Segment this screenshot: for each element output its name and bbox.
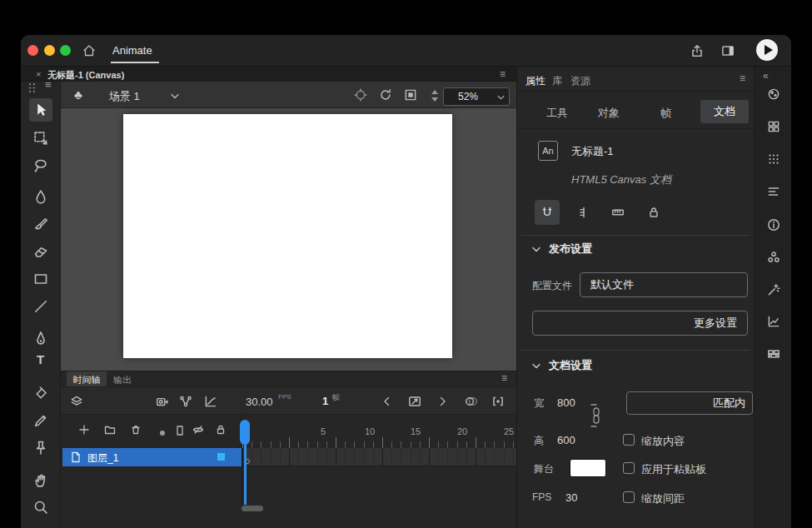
subtab-document[interactable]: 文档 xyxy=(700,100,749,123)
free-transform-tool-icon[interactable] xyxy=(32,130,49,147)
new-layer-button[interactable] xyxy=(77,423,91,436)
classic-brush-tool-icon[interactable] xyxy=(32,217,49,233)
graph-editor-icon[interactable] xyxy=(203,394,218,409)
highlight-layers-icon[interactable] xyxy=(160,431,165,436)
publish-section-title[interactable]: 发布设置 xyxy=(549,242,592,257)
edit-multiple-frames-icon[interactable] xyxy=(491,394,506,409)
doc-tab-close-icon[interactable]: × xyxy=(36,69,41,79)
tab-timeline[interactable]: 时间轴 xyxy=(67,371,107,386)
fps-value[interactable]: 30 xyxy=(565,491,577,504)
rotate-tool-icon[interactable] xyxy=(378,87,393,102)
step-back-icon[interactable] xyxy=(381,395,394,408)
doc-tab-label[interactable]: 无标题-1 (Canvas) xyxy=(47,69,124,82)
play-button[interactable] xyxy=(756,39,778,61)
zoom-step-down-icon[interactable] xyxy=(431,97,438,102)
scene-name[interactable]: 场景 1 xyxy=(109,89,140,104)
docset-section-chevron-icon[interactable] xyxy=(532,363,541,369)
subtab-tool[interactable]: 工具 xyxy=(546,106,568,121)
lock-layers-icon[interactable] xyxy=(214,423,227,436)
zoom-tool-icon[interactable] xyxy=(32,499,49,516)
minimize-button[interactable] xyxy=(44,45,55,56)
subtab-object[interactable]: 对象 xyxy=(598,106,620,121)
outline-view-icon[interactable] xyxy=(174,424,186,437)
canvas-panel-menu-icon[interactable]: ≡ xyxy=(500,68,506,80)
panel-sphere-icon[interactable] xyxy=(766,87,781,102)
pen-tool-icon[interactable] xyxy=(32,331,49,347)
width-value[interactable]: 800 xyxy=(557,396,575,409)
camera-icon[interactable] xyxy=(155,394,170,409)
clip-content-icon[interactable] xyxy=(403,87,418,102)
workspace-icon[interactable] xyxy=(720,43,735,58)
step-forward-icon[interactable] xyxy=(436,395,449,408)
selection-tool-icon[interactable] xyxy=(32,102,49,118)
onion-skin-icon[interactable] xyxy=(464,394,479,409)
tab-library[interactable]: 库 xyxy=(552,74,562,88)
publish-section-chevron-icon[interactable] xyxy=(532,247,541,252)
share-icon[interactable] xyxy=(690,43,705,58)
panel-chart-icon[interactable] xyxy=(766,314,781,329)
show-hide-layers-icon[interactable] xyxy=(192,423,205,436)
properties-menu-icon[interactable]: ≡ xyxy=(740,72,745,84)
tab-animate[interactable]: Animate xyxy=(112,44,152,57)
tab-output[interactable]: 输出 xyxy=(113,374,132,386)
height-value[interactable]: 600 xyxy=(557,434,575,446)
asset-warp-tool-icon[interactable] xyxy=(32,440,49,456)
snap-magnet-button[interactable] xyxy=(535,200,560,225)
pasteboard[interactable] xyxy=(61,108,516,371)
fps-value[interactable]: 30.00 xyxy=(246,396,273,408)
panel-info-icon[interactable] xyxy=(766,217,781,232)
home-icon[interactable] xyxy=(82,43,97,58)
layer-row[interactable]: 图层_1 xyxy=(62,448,242,466)
text-tool-icon[interactable]: T xyxy=(37,352,44,366)
panel-grip-icon[interactable] xyxy=(27,82,37,93)
symbols-clubs-icon[interactable]: ♣ xyxy=(74,87,82,102)
pencil-tool-icon[interactable] xyxy=(32,412,49,429)
delete-layer-button[interactable] xyxy=(129,423,142,436)
close-button[interactable] xyxy=(27,45,38,56)
current-frame-value[interactable]: 1 xyxy=(322,395,328,407)
panel-wand-icon[interactable] xyxy=(766,282,781,297)
tab-assets[interactable]: 资源 xyxy=(570,74,590,88)
ruler-button[interactable] xyxy=(605,200,630,225)
hand-tool-icon[interactable] xyxy=(32,472,49,489)
scale-content-checkbox[interactable] xyxy=(623,434,635,446)
zoom-level-combobox[interactable]: 52% xyxy=(443,87,510,106)
spacing-checkbox[interactable] xyxy=(623,491,635,503)
center-stage-icon[interactable] xyxy=(353,87,368,102)
panel-swatches-icon[interactable] xyxy=(766,250,781,265)
pasteboard-checkbox[interactable] xyxy=(623,462,635,474)
layer-outline-color-swatch[interactable] xyxy=(217,453,225,461)
stage-color-swatch[interactable] xyxy=(570,459,606,477)
panel-pattern-icon[interactable] xyxy=(766,346,781,361)
scene-dropdown-chevron-icon[interactable] xyxy=(171,93,179,99)
profile-combobox[interactable]: 默认文件 xyxy=(580,272,748,297)
eraser-tool-icon[interactable] xyxy=(32,243,49,260)
zoom-step-up-icon[interactable] xyxy=(431,90,438,94)
lock-button[interactable] xyxy=(641,200,666,225)
panel-align-icon[interactable] xyxy=(766,184,781,199)
insert-keyframe-icon[interactable] xyxy=(407,394,422,409)
tab-properties[interactable]: 属性 xyxy=(526,74,545,88)
more-settings-button[interactable]: 更多设置 xyxy=(532,311,748,336)
new-folder-button[interactable] xyxy=(103,423,117,436)
line-tool-icon[interactable] xyxy=(32,298,49,315)
layer-name[interactable]: 图层_1 xyxy=(87,451,118,466)
panel-dots-grid-icon[interactable] xyxy=(766,152,781,167)
docset-section-title[interactable]: 文档设置 xyxy=(549,358,592,373)
panel-grid-icon[interactable] xyxy=(766,119,781,134)
paint-bucket-tool-icon[interactable] xyxy=(32,386,49,402)
maximize-button[interactable] xyxy=(60,45,71,56)
snap-align-button[interactable] xyxy=(571,200,596,225)
parenting-view-icon[interactable] xyxy=(178,394,193,409)
collapse-panels-icon[interactable]: « xyxy=(763,70,769,82)
fluid-brush-tool-icon[interactable] xyxy=(32,189,49,206)
layers-panel-icon[interactable] xyxy=(69,394,84,409)
timeline-menu-icon[interactable]: ≡ xyxy=(501,372,507,384)
tools-menu-icon[interactable]: ≡ xyxy=(45,78,52,91)
link-dimensions-icon[interactable] xyxy=(589,403,602,428)
timeline-hscrollbar-thumb[interactable] xyxy=(242,506,263,511)
match-contents-button[interactable]: 匹配内 xyxy=(626,391,753,415)
lasso-tool-icon[interactable] xyxy=(32,157,49,174)
frame-grid[interactable] xyxy=(242,448,516,466)
subtab-frame[interactable]: 帧 xyxy=(660,106,671,121)
